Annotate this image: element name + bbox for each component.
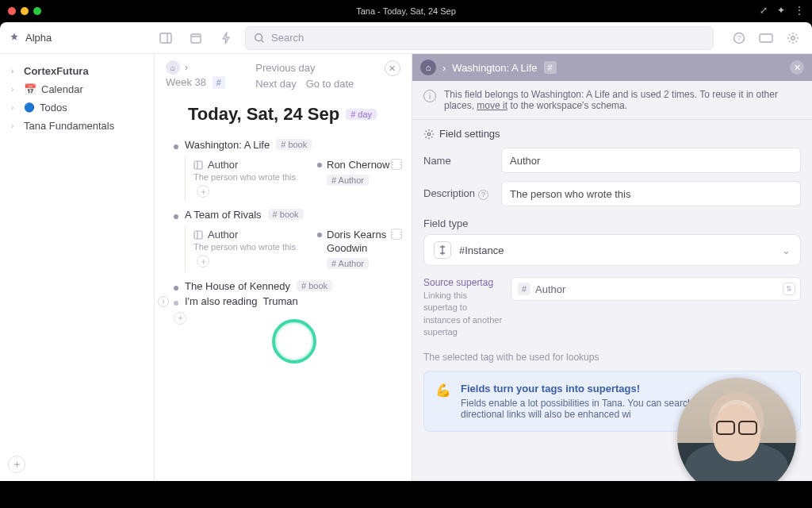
node-washington[interactable]: Washington: A Life # book [174,137,400,152]
schema-notice: i This field belongs to Washington: A Li… [412,81,812,120]
sidebar-item-label: Tana Fundamentals [24,120,114,132]
chevron-down-icon: ⌄ [782,244,791,256]
svg-rect-0 [160,33,171,43]
field-description: The person who wrote this [193,172,312,182]
add-field-button[interactable]: ＋ [197,185,209,198]
extension-icon[interactable]: ✦ [777,5,785,16]
add-button[interactable]: ＋ [8,456,25,473]
inspector-panel: ⌂ › Washington: A Life # ✕ i This field … [412,54,812,481]
cursor-highlight [272,319,316,364]
source-supertag-input[interactable]: # Author ⇅ [511,277,801,301]
tag-author[interactable]: # Author [327,175,369,186]
calendar-icon[interactable] [185,27,207,49]
field-author: Author The person who wrote this ＋ Ron C… [185,156,400,201]
tag-author[interactable]: # Author [327,258,369,269]
sidebar-item-todos[interactable]: › 🔵 Todos [6,98,147,117]
chevron-right-icon: › [11,103,19,112]
desc-input[interactable]: The person who wrote this [501,181,801,206]
sidebar-item-calendar[interactable]: › 📅 Calendar [6,80,147,98]
add-node-button[interactable]: ＋ [174,312,186,325]
panel-header: ⌂ › Washington: A Life # ✕ [412,54,812,81]
bullet-icon [174,144,178,149]
sidebar-item-cortexfutura[interactable]: › CortexFutura [6,62,147,80]
svg-rect-8 [760,34,772,42]
node-also-reading[interactable]: › I'm also reading Truman [174,294,400,309]
tag-day[interactable]: # day [346,109,377,120]
svg-point-14 [427,133,431,136]
field-label[interactable]: Author [193,159,312,171]
move-it-link[interactable]: move it [477,100,508,111]
bolt-icon[interactable] [215,27,237,49]
keyboard-icon[interactable] [755,27,777,49]
field-value[interactable]: Ron Chernow [327,159,390,172]
menu-icon[interactable]: ⋮ [795,5,804,16]
help-icon[interactable]: ? [478,190,488,200]
node-house-of-kennedy[interactable]: The House of Kennedy # book [174,279,400,294]
options-icon[interactable]: ⇅ [783,283,795,295]
workspace-name: Alpha [25,32,52,44]
close-pane-button[interactable]: ✕ [385,60,400,76]
search-icon [254,33,265,44]
letterbox-bottom [0,481,812,508]
prev-day-link[interactable]: Previous day [255,60,315,76]
window-title: Tana - Today, Sat, 24 Sep [0,0,812,22]
hash-icon[interactable]: # [213,76,225,89]
tag-book[interactable]: # book [276,139,312,150]
page-title: Today, Sat, 24 Sep # day [188,104,400,125]
fieldtype-label: Field type [423,217,801,229]
field-description: The person who wrote this [193,242,312,252]
hash-icon[interactable]: # [544,61,557,74]
chevron-right-icon: › [185,62,188,73]
date-nav: Previous day Next day Go to date [255,60,354,91]
sidebar: › CortexFutura › 📅 Calendar › 🔵 Todos › … [0,54,155,481]
chevron-right-icon: › [11,67,19,75]
panel-toggle-icon[interactable] [155,27,177,49]
search-input[interactable]: Search [245,26,714,50]
home-icon[interactable]: ⌂ [420,60,436,75]
inline-ref[interactable]: Truman [262,295,297,307]
traffic-lights[interactable] [8,7,41,15]
gear-icon [423,129,435,140]
field-author: Author The person who wrote this ＋ Doris… [185,225,400,272]
svg-rect-2 [191,34,201,43]
desc-label: Description? [423,187,493,200]
app-toolbar: Alpha Search ? [0,22,812,54]
breadcrumb[interactable]: ⌂ › [166,60,225,75]
week-label[interactable]: Week 38 [166,76,206,88]
bullet-icon [317,233,322,237]
settings-icon[interactable] [782,27,804,49]
add-field-button[interactable]: ＋ [197,255,209,267]
panel-breadcrumb[interactable]: Washington: A Life [452,62,537,74]
home-icon[interactable]: ⌂ [166,60,180,75]
workspace-switcher[interactable]: Alpha [8,32,147,44]
tag-book[interactable]: # book [297,280,332,291]
zoom-icon[interactable]: ⤢ [760,5,768,16]
section-field-settings: Field settings [423,128,801,140]
svg-rect-10 [194,161,202,169]
svg-rect-12 [194,231,202,239]
field-icon [193,230,203,240]
field-label[interactable]: Author [193,229,312,241]
name-label: Name [423,155,493,167]
flex-emoji-icon: 💪 [435,383,451,420]
svg-point-9 [791,36,795,39]
tag-book[interactable]: # book [268,209,304,220]
sidebar-item-label: Todos [40,102,67,114]
drag-handle-icon[interactable]: ⋮⋮ [391,229,402,240]
close-panel-button[interactable]: ✕ [790,60,804,75]
chevron-right-icon: › [11,121,19,130]
chevron-right-icon: › [11,85,19,94]
name-input[interactable]: Author [501,148,801,173]
drag-handle-icon[interactable]: ⋮⋮ [391,159,402,170]
expand-icon[interactable]: › [158,296,169,307]
source-supertag-desc: Linking this supertag to instances of an… [423,290,503,339]
goto-date-link[interactable]: Go to date [306,76,354,92]
next-day-link[interactable]: Next day [255,76,296,92]
svg-point-4 [255,33,262,40]
chevron-right-icon: › [442,62,446,74]
fieldtype-select[interactable]: #Instance ⌄ [423,234,801,266]
help-icon[interactable]: ? [728,27,750,49]
node-team-of-rivals[interactable]: A Team of Rivals # book [174,207,400,222]
field-desc-row: Description? The person who wrote this [423,181,801,206]
sidebar-item-tana-fundamentals[interactable]: › Tana Fundamentals [6,117,147,135]
